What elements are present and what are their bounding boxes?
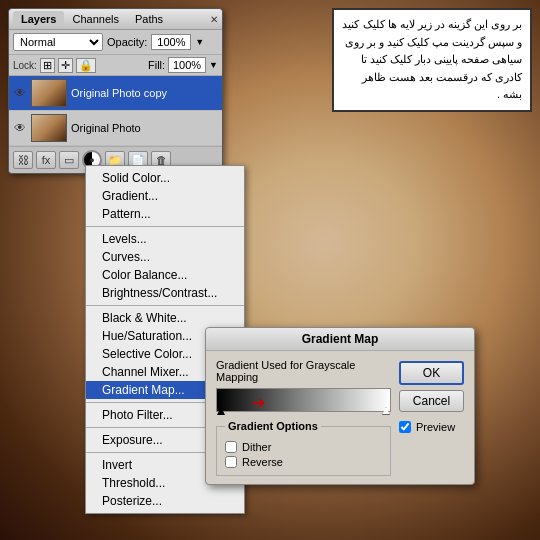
lock-position-icon[interactable]: ✛ (58, 58, 73, 73)
gradient-options-title: Gradient Options (225, 420, 321, 432)
fill-input[interactable] (168, 57, 206, 73)
menu-black-white[interactable]: Black & White... (86, 309, 244, 327)
separator-2 (86, 305, 244, 306)
gradient-handle-right[interactable] (382, 407, 390, 415)
layer-row-original[interactable]: 👁 Original Photo (9, 111, 222, 146)
lock-pixel-icon[interactable]: ⊞ (40, 58, 55, 73)
tab-layers[interactable]: Layers (13, 11, 64, 27)
menu-color-balance[interactable]: Color Balance... (86, 266, 244, 284)
gradient-handle-left[interactable] (217, 407, 225, 415)
reverse-label: Reverse (242, 456, 283, 468)
layer-eye-copy[interactable]: 👁 (13, 86, 27, 100)
reverse-row: Reverse (225, 456, 382, 468)
lock-label: Lock: (13, 60, 37, 71)
ok-button[interactable]: OK (399, 361, 464, 385)
fx-button[interactable]: fx (36, 151, 56, 169)
opacity-arrow[interactable]: ▼ (195, 37, 204, 47)
menu-posterize[interactable]: Posterize... (86, 492, 244, 510)
layers-panel-header: Layers Channels Paths ✕ (9, 9, 222, 30)
layer-row-copy[interactable]: 👁 Original Photo copy (9, 76, 222, 111)
menu-pattern[interactable]: Pattern... (86, 205, 244, 223)
layers-panel: Layers Channels Paths ✕ Normal Opacity: … (8, 8, 223, 174)
layer-thumb-original (31, 114, 67, 142)
fill-arrow[interactable]: ▼ (209, 60, 218, 70)
menu-solid-color[interactable]: Solid Color... (86, 169, 244, 187)
dither-row: Dither (225, 441, 382, 453)
lock-all-icon[interactable]: 🔒 (76, 58, 96, 73)
dither-checkbox[interactable] (225, 441, 237, 453)
dither-label: Dither (242, 441, 271, 453)
reverse-checkbox[interactable] (225, 456, 237, 468)
menu-brightness-contrast[interactable]: Brightness/Contrast... (86, 284, 244, 302)
panel-close-button[interactable]: ✕ (210, 14, 218, 25)
dialog-main: Gradient Used for Grayscale Mapping ➔ Gr… (216, 359, 391, 476)
lock-row: Lock: ⊞ ✛ 🔒 Fill: ▼ (9, 55, 222, 76)
menu-gradient[interactable]: Gradient... (86, 187, 244, 205)
blend-mode-select[interactable]: Normal (13, 33, 103, 51)
gradient-section-label: Gradient Used for Grayscale Mapping (216, 359, 391, 383)
persian-instruction-box: بر روی این گزینه در زیر لایه ها کلیک کنی… (332, 8, 532, 112)
dialog-buttons: OK Cancel Preview (399, 359, 464, 476)
gradient-bar[interactable]: ➔ (216, 388, 391, 412)
opacity-label: Opacity: (107, 36, 147, 48)
opacity-input[interactable] (151, 34, 191, 50)
gradient-arrow-indicator: ➔ (252, 393, 265, 412)
gradient-options-fieldset: Gradient Options Dither Reverse (216, 420, 391, 476)
cancel-button[interactable]: Cancel (399, 390, 464, 412)
tab-channels[interactable]: Channels (64, 11, 126, 27)
dialog-title: Gradient Map (206, 328, 474, 351)
link-layers-button[interactable]: ⛓ (13, 151, 33, 169)
layer-name-copy: Original Photo copy (71, 87, 218, 99)
preview-checkbox[interactable] (399, 421, 411, 433)
gradient-map-dialog: Gradient Map Gradient Used for Grayscale… (205, 327, 475, 485)
preview-row: Preview (399, 421, 464, 433)
menu-curves[interactable]: Curves... (86, 248, 244, 266)
layer-name-original: Original Photo (71, 122, 218, 134)
dialog-body: Gradient Used for Grayscale Mapping ➔ Gr… (206, 351, 474, 484)
layers-controls-row: Normal Opacity: ▼ (9, 30, 222, 55)
mask-button[interactable]: ▭ (59, 151, 79, 169)
menu-levels[interactable]: Levels... (86, 230, 244, 248)
tab-paths[interactable]: Paths (127, 11, 171, 27)
layer-eye-original[interactable]: 👁 (13, 121, 27, 135)
fill-label: Fill: (148, 59, 165, 71)
separator-1 (86, 226, 244, 227)
layer-thumb-copy (31, 79, 67, 107)
preview-label: Preview (416, 421, 455, 433)
persian-text: بر روی این گزینه در زیر لایه ها کلیک کنی… (342, 18, 522, 100)
